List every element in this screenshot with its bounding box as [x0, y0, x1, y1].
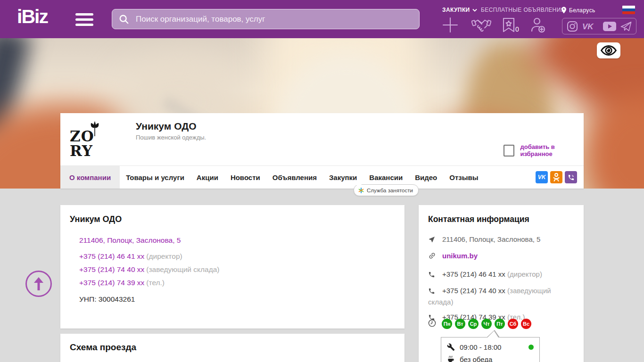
- site-logo[interactable]: iBiz: [17, 6, 48, 28]
- schedule-hours-row: 09:00 - 18:00: [447, 343, 534, 351]
- tab-news[interactable]: Новости: [224, 166, 266, 189]
- company-info-card: Уникум ОДО 211406, Полоцк, Заслонова, 5 …: [60, 205, 405, 329]
- youtube-icon[interactable]: [603, 22, 616, 31]
- company-logo: ZO RY: [70, 117, 117, 165]
- search-icon: [119, 14, 129, 25]
- company-tab-bar: О компании Товары и услуги Акции Новости…: [60, 165, 584, 189]
- company-social-buttons: VK: [536, 171, 577, 183]
- phone-icon: [428, 271, 435, 278]
- tab-about[interactable]: О компании: [60, 166, 120, 189]
- add-company-button[interactable]: [442, 17, 458, 35]
- schedule-popup: 09:00 - 18:00 без обеда: [441, 337, 540, 362]
- arrow-up-icon: [33, 277, 44, 291]
- contact-phone-row[interactable]: +375 (214) 46 41 xx (директор): [428, 269, 575, 280]
- tab-products[interactable]: Товары и услуги: [120, 166, 190, 189]
- eye-icon: [601, 45, 617, 56]
- viber-phone-icon: [568, 174, 575, 181]
- directions-card: Схема проезда: [60, 334, 405, 362]
- tab-ads[interactable]: Объявления: [266, 166, 323, 189]
- purchases-menu[interactable]: ЗАКУПКИ: [442, 7, 477, 13]
- day-badge: Вс: [521, 319, 531, 329]
- day-badge: Чт: [481, 319, 492, 329]
- viber-button[interactable]: [565, 171, 577, 183]
- company-tagline: Пошив женской одежды.: [136, 134, 206, 141]
- add-to-favorites[interactable]: добавить в избранное: [504, 143, 584, 157]
- company-address-link[interactable]: 211406, Полоцк, Заслонова, 5: [79, 236, 181, 245]
- directions-card-title: Схема проезда: [70, 342, 136, 353]
- add-user-icon[interactable]: [530, 17, 546, 34]
- working-days: Пн Вт Ср Чт Пт Сб Вс: [428, 319, 534, 329]
- telegram-icon[interactable]: [620, 21, 632, 32]
- tab-reviews[interactable]: Отзывы: [443, 166, 484, 189]
- search-bar[interactable]: [112, 9, 420, 29]
- day-badge: Пт: [495, 319, 505, 329]
- website-link[interactable]: unikum.by: [442, 252, 478, 260]
- location-pin-icon: [561, 7, 567, 14]
- bookmark-count: 0: [515, 25, 519, 33]
- favorites-checkbox[interactable]: [504, 145, 514, 156]
- navigation-arrow-icon: [428, 236, 436, 243]
- contact-website-row: unikum.by: [428, 251, 575, 262]
- chevron-down-icon: [472, 8, 477, 12]
- vk-button[interactable]: VK: [536, 171, 548, 183]
- day-badge: Сб: [508, 319, 518, 329]
- svg-text:VK: VK: [582, 22, 594, 31]
- tulip-icon: [89, 122, 101, 137]
- header-social-links: VK: [562, 18, 636, 34]
- tab-promos[interactable]: Акции: [190, 166, 224, 189]
- phone-row[interactable]: +375 (214) 74 39 xx(тел.): [79, 279, 165, 287]
- region-selector[interactable]: Беларусь: [561, 7, 595, 14]
- company-name: Уникум ОДО: [136, 121, 197, 132]
- link-icon: [428, 252, 436, 260]
- open-now-indicator: [528, 345, 534, 350]
- contact-card-title: Контактная информация: [428, 214, 529, 224]
- phone-row[interactable]: +375 (214) 46 41 xx(директор): [79, 252, 182, 261]
- employment-service-icon: [358, 188, 364, 193]
- day-badge: Вт: [455, 319, 465, 329]
- unp-number: УНП: 300043261: [79, 295, 135, 304]
- flag-russia-icon[interactable]: [622, 6, 635, 14]
- handshake-icon[interactable]: [471, 18, 491, 35]
- odnoklassniki-button[interactable]: [550, 171, 562, 183]
- free-ads-link[interactable]: БЕСПЛАТНЫЕ ОБЪЯВЛЕНИЯ: [481, 7, 565, 13]
- search-input[interactable]: [135, 14, 413, 25]
- employment-service-tooltip: Служба занятости: [354, 184, 419, 196]
- day-badge: Пн: [442, 319, 452, 329]
- instagram-icon[interactable]: [567, 21, 578, 32]
- hamburger-menu-icon[interactable]: [75, 13, 93, 29]
- top-header: iBiz ЗАКУПКИ БЕСПЛАТНЫЕ ОБЪЯВЛЕНИЯ Белар…: [0, 0, 644, 38]
- contact-address-row: 211406, Полоцк, Заслонова, 5: [428, 234, 575, 246]
- phone-row[interactable]: +375 (214) 74 40 xx(заведующий склада): [79, 265, 220, 274]
- tools-icon: [447, 343, 455, 351]
- ok-person-icon: [553, 173, 560, 181]
- clock-icon: [428, 319, 436, 327]
- vk-icon[interactable]: VK: [582, 22, 598, 31]
- company-header-card: ZO RY Уникум ОДО Пошив женской одежды. д…: [60, 113, 584, 189]
- scroll-to-top-button[interactable]: [25, 271, 52, 297]
- coffee-cup-icon: [447, 355, 455, 362]
- about-card-title: Уникум ОДО: [70, 214, 122, 224]
- contact-phone-row[interactable]: +375 (214) 74 40 xx (заведующий склада): [428, 286, 575, 307]
- phone-icon: [428, 288, 435, 295]
- accessibility-eye-button[interactable]: [597, 42, 620, 58]
- schedule-lunch-row: без обеда: [447, 355, 534, 362]
- day-badge: Ср: [468, 319, 479, 329]
- contact-info-card: Контактная информация 211406, Полоцк, За…: [419, 205, 584, 362]
- favorites-label: добавить в избранное: [520, 143, 584, 157]
- bookmark-icon[interactable]: [503, 17, 515, 34]
